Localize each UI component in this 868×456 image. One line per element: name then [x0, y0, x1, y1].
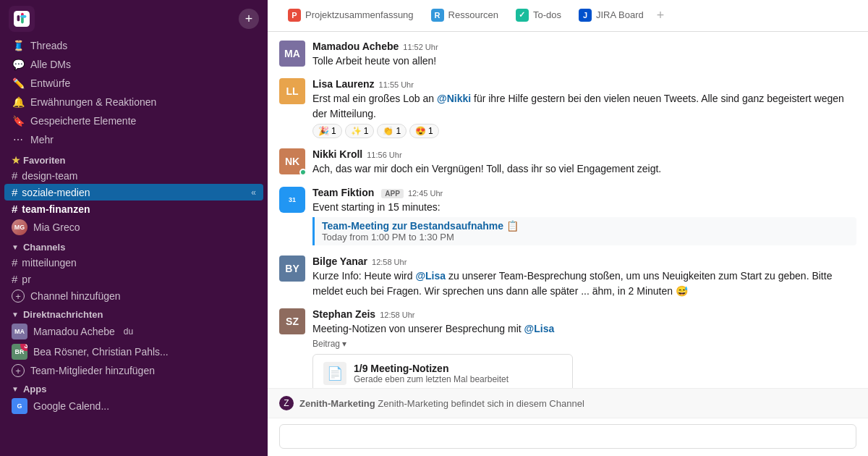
message-body: Lisa Laurenz 11:55 Uhr Erst mal ein groß…	[312, 78, 856, 138]
sidebar-item-entwuerfe[interactable]: ✏️ Entwürfe	[0, 74, 268, 93]
dm-suffix: du	[124, 326, 133, 337]
tab-projektzusammenfassung[interactable]: P Projektzusammenfassung	[279, 3, 422, 29]
channel-mitteilungen[interactable]: # mitteilungen	[0, 254, 268, 271]
reactions: 🎉 1 ✨ 1 👏 1 😍 1	[312, 124, 856, 138]
more-tabs-button[interactable]: +	[657, 8, 665, 23]
messages-area: MA Mamadou Achebe 11:52 Uhr Tolle Arbeit…	[268, 32, 868, 388]
more-icon: ⋯	[12, 133, 25, 146]
avatar: BY	[279, 256, 305, 282]
mention-lisa: @Lisa	[415, 270, 446, 282]
message-body: Team Fiktion APP 12:45 Uhr Event startin…	[312, 187, 856, 245]
app-google-calendar[interactable]: G Google Calend...	[0, 396, 268, 416]
hash-icon: #	[12, 186, 17, 198]
join-text: Zenith-Marketing Zenith-Marketing befind…	[299, 398, 584, 409]
sidebar-item-threads[interactable]: 🧵 Threads	[0, 36, 268, 55]
ressourcen-icon: R	[431, 9, 444, 22]
message-text: Kurze Info: Heute wird @Lisa zu unserer …	[312, 269, 856, 298]
dms-icon: 💬	[12, 58, 25, 71]
tab-todos[interactable]: ✓ To-dos	[507, 3, 570, 29]
channel-tabs: P Projektzusammenfassung R Ressourcen ✓ …	[268, 0, 868, 32]
plus-icon: +	[12, 290, 25, 303]
reaction[interactable]: 👏 1	[377, 124, 407, 138]
message-header: Stephan Zeis 12:58 Uhr	[312, 308, 856, 320]
channel-soziale-medien[interactable]: # soziale-medien «	[4, 184, 263, 200]
avatar-mia: MG	[12, 219, 27, 235]
notes-info: 1/9 Meeting-Notizen Gerade eben zum letz…	[354, 363, 509, 384]
sidebar-scroll: 🧵 Threads 💬 Alle DMs ✏️ Entwürfe 🔔 Erwäh…	[0, 35, 268, 456]
message-body: Nikki Kroll 11:56 Uhr Ach, das war mir d…	[312, 148, 856, 176]
collapse-icon: ▼	[12, 311, 19, 318]
message-header: Mamadou Achebe 11:52 Uhr	[312, 41, 856, 52]
beitrag-link[interactable]: Beitrag ▾	[312, 339, 346, 349]
sidebar: + 🧵 Threads 💬 Alle DMs ✏️ Entwürfe 🔔 Erw…	[0, 0, 268, 456]
event-card[interactable]: Team-Meeting zur Bestandsaufnahme 📋 Toda…	[312, 217, 856, 245]
add-button[interactable]: +	[239, 9, 259, 29]
hash-icon: #	[12, 169, 17, 182]
message-header: Lisa Laurenz 11:55 Uhr	[312, 78, 856, 90]
sidebar-item-mehr[interactable]: ⋯ Mehr	[0, 130, 268, 149]
message-row: BY Bilge Yanar 12:58 Uhr Kurze Info: Heu…	[279, 256, 856, 298]
reaction[interactable]: 🎉 1	[312, 124, 342, 138]
dm-mia-greco[interactable]: MG Mia Greco	[0, 217, 268, 237]
apps-header[interactable]: ▼ Apps	[0, 379, 268, 396]
avatar: LL	[279, 78, 305, 104]
message-row: MA Mamadou Achebe 11:52 Uhr Tolle Arbeit…	[279, 41, 856, 68]
message-body: Stephan Zeis 12:58 Uhr Meeting-Notizen v…	[312, 308, 856, 388]
bookmark-icon: 🔖	[12, 114, 25, 127]
message-input[interactable]	[279, 424, 856, 449]
reaction[interactable]: 😍 1	[409, 124, 439, 138]
sidebar-item-gespeicherte[interactable]: 🔖 Gespeicherte Elemente	[0, 111, 268, 130]
message-text: Erst mal ein großes Lob an @Nikki für ih…	[312, 91, 856, 121]
brand-icon: Z	[279, 396, 294, 410]
document-icon: 📄	[323, 362, 346, 385]
direktnachrichten-header[interactable]: ▼ Direktnachrichten	[0, 305, 268, 321]
mention-lisa: @Lisa	[524, 323, 555, 334]
avatar: SZ	[279, 308, 305, 334]
message-row: 31 Team Fiktion APP 12:45 Uhr Event star…	[279, 187, 856, 245]
hash-icon: #	[12, 256, 17, 269]
app-icon: G	[12, 398, 27, 414]
avatar-mamadou: MA	[12, 324, 27, 339]
jira-icon: J	[579, 9, 592, 22]
message-body: Bilge Yanar 12:58 Uhr Kurze Info: Heute …	[312, 256, 856, 298]
sidebar-item-erwahnungen[interactable]: 🔔 Erwähnungen & Reaktionen	[0, 93, 268, 111]
channel-team-finanzen[interactable]: # team-finanzen	[0, 200, 268, 217]
dm-bea[interactable]: BR 3 Bea Rösner, Christian Pahls...	[0, 342, 268, 362]
todos-icon: ✓	[516, 9, 529, 22]
calendar-icon: 31	[279, 187, 305, 213]
favoriten-header: ★ Favoriten	[0, 151, 268, 167]
projektzusammenfassung-icon: P	[288, 9, 301, 22]
channels-header[interactable]: ▼ Channels	[0, 237, 268, 254]
dm-mamadou[interactable]: MA Mamadou Achebe du	[0, 321, 268, 342]
hash-icon: #	[12, 273, 17, 285]
add-channel-button[interactable]: + Channel hinzufügen	[0, 287, 268, 305]
collapse-icon: ▼	[12, 385, 19, 393]
online-status	[299, 169, 305, 174]
main-content: P Projektzusammenfassung R Ressourcen ✓ …	[268, 0, 868, 456]
sidebar-nav: 🧵 Threads 💬 Alle DMs ✏️ Entwürfe 🔔 Erwäh…	[0, 35, 268, 151]
sidebar-item-alle-dms[interactable]: 💬 Alle DMs	[0, 55, 268, 74]
avatar: MA	[279, 41, 305, 67]
notes-card[interactable]: 📄 1/9 Meeting-Notizen Gerade eben zum le…	[312, 354, 573, 389]
message-body: Mamadou Achebe 11:52 Uhr Tolle Arbeit he…	[312, 41, 856, 68]
avatar: NK	[279, 148, 305, 174]
message-input-area	[268, 418, 868, 456]
collapse-icon: ▼	[12, 243, 19, 251]
tab-jira-board[interactable]: J JIRA Board	[570, 3, 652, 29]
tab-ressourcen[interactable]: R Ressourcen	[422, 3, 507, 29]
channel-design-team[interactable]: # design-team	[0, 167, 268, 184]
add-members-button[interactable]: + Team-Mitglieder hinzufügen	[0, 362, 268, 379]
message-row: NK Nikki Kroll 11:56 Uhr Ach, das war mi…	[279, 148, 856, 176]
channel-pr[interactable]: # pr	[0, 271, 268, 287]
message-row: SZ Stephan Zeis 12:58 Uhr Meeting-Notize…	[279, 308, 856, 388]
sidebar-top: +	[0, 0, 268, 35]
workspace-icon[interactable]	[9, 6, 35, 32]
channel-join-banner: Z Zenith-Marketing Zenith-Marketing befi…	[268, 388, 868, 418]
star-icon: ★	[12, 155, 20, 166]
message-header: Team Fiktion APP 12:45 Uhr	[312, 187, 856, 198]
message-text: Meeting-Notizen von unserer Besprechung …	[312, 321, 856, 336]
avatar-bea: BR 3	[12, 344, 27, 360]
reaction[interactable]: ✨ 1	[345, 124, 375, 138]
message-header: Bilge Yanar 12:58 Uhr	[312, 256, 856, 267]
message-row: LL Lisa Laurenz 11:55 Uhr Erst mal ein g…	[279, 78, 856, 138]
